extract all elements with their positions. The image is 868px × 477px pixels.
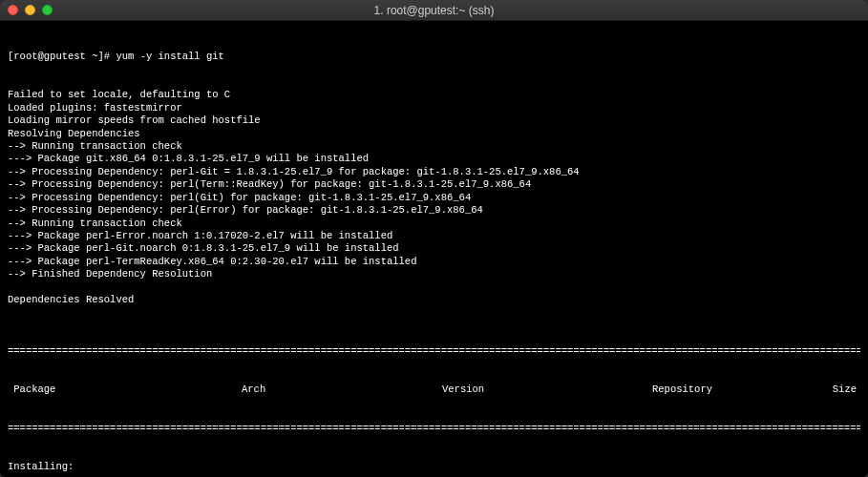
table-header: Package Arch Version Repository Size: [8, 384, 860, 396]
close-icon[interactable]: [8, 5, 18, 15]
output-line: [8, 281, 860, 294]
col-version: Version: [442, 384, 652, 396]
output-line: ---> Package perl-TermReadKey.x86_64 0:2…: [8, 256, 860, 268]
output-line: --> Processing Dependency: perl-Git = 1.…: [8, 166, 860, 178]
output-line: --> Processing Dependency: perl(Error) f…: [8, 204, 860, 217]
terminal-window: 1. root@gputest:~ (ssh) [root@gputest ~]…: [0, 0, 868, 477]
command-text: yum -y install git: [116, 51, 223, 62]
minimize-icon[interactable]: [25, 5, 35, 15]
output-line: --> Processing Dependency: perl(Term::Re…: [8, 178, 860, 191]
output-line: Failed to set locale, defaulting to C: [8, 89, 860, 101]
output-line: --> Processing Dependency: perl(Git) for…: [8, 192, 860, 204]
output-line: ---> Package perl-Error.noarch 1:0.17020…: [8, 230, 860, 242]
col-repository: Repository: [652, 384, 812, 396]
titlebar: 1. root@gputest:~ (ssh): [0, 0, 868, 21]
col-package: Package: [8, 384, 242, 396]
output-line: Resolving Dependencies: [8, 128, 860, 140]
output-line: ---> Package git.x86_64 0:1.8.3.1-25.el7…: [8, 153, 860, 165]
output-line: Loaded plugins: fastestmirror: [8, 102, 860, 114]
terminal-body[interactable]: [root@gputest ~]# yum -y install git Fai…: [0, 21, 868, 477]
col-arch: Arch: [242, 384, 442, 396]
prompt: [root@gputest ~]#: [8, 51, 116, 62]
divider-double: ========================================…: [8, 423, 860, 435]
output-line: --> Running transaction check: [8, 218, 860, 230]
output-line: --> Finished Dependency Resolution: [8, 268, 860, 280]
command-line: [root@gputest ~]# yum -y install git: [8, 51, 860, 63]
output-line: ---> Package perl-Git.noarch 0:1.8.3.1-2…: [8, 242, 860, 255]
installing-header: Installing:: [8, 461, 860, 473]
col-size: Size: [812, 384, 857, 396]
window-title: 1. root@gputest:~ (ssh): [374, 4, 495, 17]
divider-double: ========================================…: [8, 345, 860, 358]
window-controls: [8, 5, 53, 15]
output-line: --> Running transaction check: [8, 140, 860, 153]
output-line: Dependencies Resolved: [8, 294, 860, 306]
output-line: [8, 307, 860, 320]
maximize-icon[interactable]: [42, 5, 53, 15]
output-line: Loading mirror speeds from cached hostfi…: [8, 114, 860, 127]
